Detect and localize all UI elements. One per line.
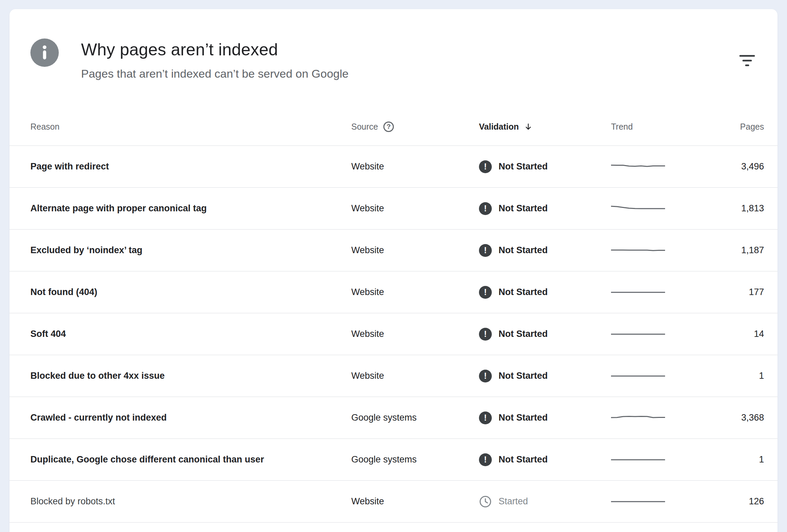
row-validation-status: ! Not Started bbox=[479, 453, 611, 466]
table-row[interactable]: Page with redirect Website ! Not Started… bbox=[9, 146, 778, 188]
table-row[interactable]: Blocked due to other 4xx issue Website !… bbox=[9, 355, 778, 397]
trend-sparkline bbox=[611, 497, 712, 506]
row-pages-count: 126 bbox=[749, 496, 764, 507]
row-source: Website bbox=[351, 161, 479, 172]
table-row[interactable]: Crawled - currently not indexed Google s… bbox=[9, 397, 778, 439]
column-header-trend: Trend bbox=[611, 122, 712, 132]
reasons-table: Reason Source ? Validation Trend Pages bbox=[9, 108, 778, 523]
info-icon bbox=[30, 39, 59, 67]
trend-sparkline bbox=[611, 162, 712, 171]
validation-status-label: Not Started bbox=[498, 161, 548, 172]
column-header-pages[interactable]: Pages bbox=[740, 122, 764, 132]
sort-descending-icon bbox=[524, 122, 533, 132]
help-icon[interactable]: ? bbox=[383, 121, 394, 132]
validation-status-label: Not Started bbox=[498, 329, 548, 339]
table-header-row: Reason Source ? Validation Trend Pages bbox=[9, 108, 778, 146]
row-pages-count: 3,496 bbox=[741, 161, 764, 172]
row-source: Website bbox=[351, 203, 479, 214]
row-reason: Blocked by robots.txt bbox=[30, 496, 351, 507]
trend-sparkline bbox=[611, 288, 712, 297]
page-title: Why pages aren’t indexed bbox=[81, 40, 348, 60]
row-source: Google systems bbox=[351, 413, 479, 423]
started-clock-icon bbox=[479, 495, 492, 508]
row-reason: Not found (404) bbox=[30, 287, 351, 297]
trend-sparkline bbox=[611, 372, 712, 380]
trend-sparkline bbox=[611, 246, 712, 255]
table-row[interactable]: Not found (404) Website ! Not Started 17… bbox=[9, 271, 778, 313]
table-row[interactable]: Alternate page with proper canonical tag… bbox=[9, 188, 778, 229]
row-pages-count: 177 bbox=[749, 287, 764, 297]
trend-sparkline bbox=[611, 204, 712, 213]
card-header: Why pages aren’t indexed Pages that aren… bbox=[9, 9, 778, 81]
row-pages-count: 3,368 bbox=[741, 413, 764, 423]
row-validation-status: ! Not Started bbox=[479, 328, 611, 340]
row-source: Website bbox=[351, 371, 479, 381]
row-validation-status: Started bbox=[479, 495, 611, 508]
not-started-exclamation-icon: ! bbox=[479, 453, 492, 466]
not-started-exclamation-icon: ! bbox=[479, 286, 492, 299]
table-row[interactable]: Soft 404 Website ! Not Started 14 bbox=[9, 313, 778, 355]
row-reason: Excluded by ‘noindex’ tag bbox=[30, 245, 351, 256]
row-pages-count: 1,187 bbox=[741, 245, 764, 256]
row-source: Website bbox=[351, 287, 479, 297]
row-pages-count: 1,813 bbox=[741, 203, 764, 214]
title-block: Why pages aren’t indexed Pages that aren… bbox=[81, 39, 348, 81]
row-reason: Crawled - currently not indexed bbox=[30, 413, 351, 423]
row-reason: Alternate page with proper canonical tag bbox=[30, 203, 351, 214]
table-row[interactable]: Blocked by robots.txt Website Started 12… bbox=[9, 481, 778, 523]
validation-status-label: Started bbox=[498, 496, 528, 507]
row-source: Google systems bbox=[351, 455, 479, 465]
page-subtitle: Pages that aren’t indexed can’t be serve… bbox=[81, 66, 348, 81]
row-reason: Soft 404 bbox=[30, 329, 351, 339]
not-started-exclamation-icon: ! bbox=[479, 160, 492, 173]
table-body: Page with redirect Website ! Not Started… bbox=[9, 146, 778, 523]
row-source: Website bbox=[351, 329, 479, 339]
validation-status-label: Not Started bbox=[498, 371, 548, 381]
row-validation-status: ! Not Started bbox=[479, 412, 611, 424]
not-started-exclamation-icon: ! bbox=[479, 328, 492, 340]
row-reason: Duplicate, Google chose different canoni… bbox=[30, 455, 351, 465]
column-header-validation[interactable]: Validation bbox=[479, 122, 611, 132]
not-started-exclamation-icon: ! bbox=[479, 244, 492, 257]
validation-status-label: Not Started bbox=[498, 413, 548, 423]
row-source: Website bbox=[351, 245, 479, 256]
not-started-exclamation-icon: ! bbox=[479, 412, 492, 424]
not-started-exclamation-icon: ! bbox=[479, 202, 492, 215]
row-reason: Page with redirect bbox=[30, 161, 351, 172]
trend-sparkline bbox=[611, 330, 712, 338]
validation-status-label: Not Started bbox=[498, 203, 548, 214]
table-row[interactable]: Excluded by ‘noindex’ tag Website ! Not … bbox=[9, 229, 778, 271]
validation-status-label: Not Started bbox=[498, 245, 548, 256]
trend-sparkline bbox=[611, 414, 712, 422]
filter-button[interactable] bbox=[738, 52, 757, 68]
row-pages-count: 1 bbox=[759, 371, 764, 381]
validation-status-label: Not Started bbox=[498, 455, 548, 465]
row-validation-status: ! Not Started bbox=[479, 160, 611, 173]
column-header-reason[interactable]: Reason bbox=[30, 122, 351, 132]
row-validation-status: ! Not Started bbox=[479, 370, 611, 382]
row-validation-status: ! Not Started bbox=[479, 286, 611, 299]
row-validation-status: ! Not Started bbox=[479, 202, 611, 215]
not-started-exclamation-icon: ! bbox=[479, 370, 492, 382]
table-row[interactable]: Duplicate, Google chose different canoni… bbox=[9, 439, 778, 481]
trend-sparkline bbox=[611, 456, 712, 464]
row-pages-count: 14 bbox=[754, 329, 764, 339]
indexing-report-card: Why pages aren’t indexed Pages that aren… bbox=[9, 9, 778, 532]
row-reason: Blocked due to other 4xx issue bbox=[30, 371, 351, 381]
row-source: Website bbox=[351, 496, 479, 507]
row-pages-count: 1 bbox=[759, 455, 764, 465]
validation-status-label: Not Started bbox=[498, 287, 548, 297]
column-header-source[interactable]: Source ? bbox=[351, 121, 479, 132]
filter-icon bbox=[739, 55, 755, 57]
row-validation-status: ! Not Started bbox=[479, 244, 611, 257]
